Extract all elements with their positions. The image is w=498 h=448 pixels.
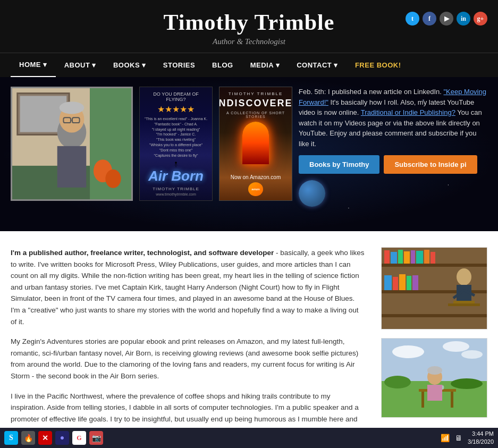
svg-point-48 <box>392 345 424 358</box>
svg-point-49 <box>443 341 469 352</box>
undiscovered-amazon: Now on Amazon.com <box>231 174 281 180</box>
svg-point-53 <box>451 378 483 389</box>
svg-line-17 <box>174 165 176 166</box>
subscribe-button[interactable]: Subscribe to Inside pi <box>384 155 477 174</box>
nav-link-about[interactable]: ABOUT ▾ <box>56 54 105 77</box>
svg-rect-44 <box>448 303 480 306</box>
hero-buttons: Books by Timothy Subscribe to Inside pi <box>299 155 487 174</box>
svg-point-14 <box>105 170 121 188</box>
undiscovered-title: UNDISCOVERED <box>219 98 292 109</box>
main-text: I'm a published author, freelance writer… <box>11 247 365 448</box>
nav-link-books[interactable]: BOOKS ▾ <box>105 54 155 77</box>
svg-rect-35 <box>431 252 435 264</box>
twitter-icon[interactable]: t <box>406 12 419 26</box>
taskbar-right: 📶 🖥 3:44 PM 3/18/2020 <box>441 430 494 446</box>
sidebar-bookshelf-photo <box>381 247 487 329</box>
books-button[interactable]: Books by Timothy <box>299 155 379 174</box>
svg-point-15 <box>175 162 176 164</box>
airborn-url: www.timothytrimble.com <box>156 192 196 196</box>
intro-bold: I'm a published author, freelance writer… <box>11 249 274 257</box>
undiscovered-book-cover[interactable]: TIMOTHY TRIMBLE UNDISCOVERED A COLLECTIO… <box>219 87 292 201</box>
svg-rect-36 <box>384 275 392 290</box>
svg-rect-32 <box>411 250 415 264</box>
svg-rect-39 <box>407 276 411 290</box>
nav-link-home[interactable]: HOME ▾ <box>11 53 56 77</box>
sidebar-outdoor-photo <box>381 338 487 418</box>
svg-rect-27 <box>382 314 487 317</box>
taskbar-icon-x[interactable]: ✕ <box>38 431 52 445</box>
social-icons: t f ▶ in g+ <box>406 12 487 26</box>
svg-rect-38 <box>399 274 406 290</box>
svg-rect-40 <box>412 275 418 290</box>
author-photo-svg <box>12 88 131 199</box>
undiscovered-subtitle: A COLLECTION OF SHORT STORIES <box>224 111 288 119</box>
nav-link-contact[interactable]: CONTACT ▾ <box>288 54 347 77</box>
airborn-title: Air Born <box>148 168 204 184</box>
main-content: I'm a published author, freelance writer… <box>0 231 498 448</box>
svg-point-61 <box>427 366 442 375</box>
globe-icon <box>299 180 325 207</box>
taskbar-icon-skype[interactable]: S <box>4 431 18 445</box>
airborn-tag: DO YOU DREAM OF FLYING? <box>144 91 208 102</box>
nav-item-books[interactable]: BOOKS ▾ <box>105 54 155 77</box>
hero-content: DO YOU DREAM OF FLYING? ★★★★★ "This is a… <box>0 77 498 231</box>
svg-rect-7 <box>57 146 87 188</box>
nav-item-about[interactable]: ABOUT ▾ <box>56 54 105 77</box>
hero-news-text: Feb. 5th: I published a new article on L… <box>299 87 487 149</box>
nav-item-blog[interactable]: BLOG <box>204 54 242 77</box>
undiscovered-amazon-badge: amzn <box>248 182 263 196</box>
svg-rect-60 <box>427 385 442 401</box>
linkedin-icon[interactable]: in <box>457 12 470 26</box>
site-header: Timothy Trimble Author & Technologist t … <box>0 0 498 53</box>
taskbar-icon-blue[interactable]: ● <box>55 431 69 445</box>
nav-link-freebook[interactable]: FREE BOOK! <box>347 54 410 77</box>
outdoor-svg <box>382 339 487 418</box>
svg-rect-28 <box>384 250 390 264</box>
news-link-2[interactable]: Traditional or Indie Publishing? <box>361 108 455 116</box>
taskbar-icon-flame[interactable]: 🔥 <box>21 431 35 445</box>
taskbar-clock: 3:44 PM 3/18/2020 <box>468 430 494 446</box>
undiscovered-header: TIMOTHY TRIMBLE <box>229 91 283 96</box>
intro-rest: - basically, a geek who likes to write. … <box>11 249 364 326</box>
author-photo <box>11 87 133 201</box>
svg-rect-56 <box>451 392 453 408</box>
nav-link-stories[interactable]: STORIES <box>155 54 204 77</box>
youtube-icon[interactable]: ▶ <box>440 12 453 26</box>
svg-rect-34 <box>424 250 429 264</box>
nav-item-freebook[interactable]: FREE BOOK! <box>347 54 410 77</box>
intro-paragraph: I'm a published author, freelance writer… <box>11 247 365 327</box>
hero-section: DO YOU DREAM OF FLYING? ★★★★★ "This is a… <box>0 77 498 231</box>
facebook-icon[interactable]: f <box>423 12 436 26</box>
nav-item-home[interactable]: HOME ▾ <box>11 53 56 77</box>
taskbar-icon-google[interactable]: G <box>72 431 86 445</box>
nav-link-blog[interactable]: BLOG <box>204 54 242 77</box>
nav-link-media[interactable]: MEDIA ▾ <box>242 54 289 77</box>
airborn-stars: ★★★★★ <box>157 104 195 114</box>
taskbar-date: 3/18/2020 <box>468 438 494 446</box>
nav-item-contact[interactable]: CONTACT ▾ <box>288 54 347 77</box>
taskbar: S 🔥 ✕ ● G 📷 📶 🖥 3:44 PM 3/18/2020 <box>0 428 498 448</box>
undiscovered-author-name: TIMOTHY TRIMBLE <box>229 91 283 96</box>
site-tagline: Author & Technologist <box>11 37 487 46</box>
bookshelf-svg <box>382 248 487 329</box>
main-sidebar <box>381 247 487 448</box>
news-text-1: Feb. 5th: I published a new article on L… <box>299 88 442 96</box>
flying-silhouette <box>160 161 192 168</box>
svg-point-50 <box>461 350 483 359</box>
airborn-book-cover[interactable]: DO YOU DREAM OF FLYING? ★★★★★ "This is a… <box>139 87 213 201</box>
hero-right: Feb. 5th: I published a new article on L… <box>299 87 487 207</box>
nav-item-media[interactable]: MEDIA ▾ <box>242 54 289 77</box>
main-nav: HOME ▾ ABOUT ▾ BOOKS ▾ STORIES BLOG MEDI… <box>0 53 498 77</box>
svg-rect-33 <box>416 251 423 264</box>
svg-point-52 <box>384 376 411 388</box>
author-photo-inner <box>12 88 131 199</box>
taskbar-network-icon: 🖥 <box>455 434 462 442</box>
taskbar-wifi-icon: 📶 <box>441 434 450 442</box>
taskbar-icon-camera[interactable]: 📷 <box>89 431 103 445</box>
svg-rect-55 <box>421 392 424 408</box>
gplus-icon[interactable]: g+ <box>474 12 487 26</box>
svg-rect-30 <box>398 250 403 264</box>
taskbar-time: 3:44 PM <box>468 430 494 438</box>
svg-rect-29 <box>391 252 397 264</box>
nav-item-stories[interactable]: STORIES <box>155 54 204 77</box>
